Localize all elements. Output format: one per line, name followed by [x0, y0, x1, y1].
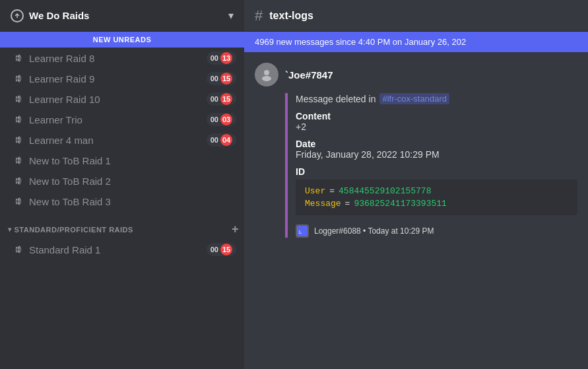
deleted-line: Message deleted in #lfr-cox-standard [296, 93, 577, 104]
channel-name-new-tob-3: New to ToB Raid 3 [29, 196, 111, 207]
message-header: `Joe#7847 [255, 63, 577, 86]
date-value: Friday, January 28, 2022 10:29 PM [296, 149, 577, 160]
footer-time: Today at 10:29 PM [368, 226, 434, 236]
deleted-text: Message deleted in [296, 94, 376, 104]
channel-name-standard-raid-1: Standard Raid 1 [29, 244, 100, 255]
channel-badge-learner-raid-9: 00 15 [207, 72, 236, 85]
channel-badge-standard-raid-1: 00 15 [207, 243, 236, 256]
svg-point-1 [264, 70, 269, 75]
voice-icon [11, 72, 24, 85]
hash-icon: # [255, 7, 263, 24]
avatar-image [255, 63, 278, 86]
channel-name-learner-raid-9: Learner Raid 9 [29, 73, 94, 84]
footer-avatar: L [296, 224, 309, 238]
voice-icon [11, 174, 24, 187]
channel-left: Learner Trio [11, 113, 82, 126]
id-block: User = 458445529102155778 Message = 9368… [296, 180, 577, 215]
username: `Joe#7847 [285, 69, 333, 81]
sidebar: We Do Raids ▾ NEW UNREADS Learner Raid 8… [0, 0, 244, 369]
channel-name-learner-4-man: Learner 4 man [29, 135, 94, 146]
channel-left: Learner Raid 8 [11, 51, 94, 65]
user-val: 458445529102155778 [339, 186, 431, 196]
message-body: Message deleted in #lfr-cox-standard Con… [285, 93, 577, 238]
channel-name-learner-raid-8: Learner Raid 8 [29, 53, 94, 64]
channel-badge-learner-raid-8: 00 13 [207, 51, 236, 65]
main-content: # text-logs 4969 new messages since 4:40… [244, 0, 588, 369]
channel-name-new-tob-2: New to ToB Raid 2 [29, 176, 111, 187]
message-key: Message [305, 199, 341, 209]
channel-header: # text-logs [244, 0, 588, 32]
new-unreads-banner[interactable]: NEW UNREADS [0, 32, 244, 48]
channel-badge-learner-4-man: 00 04 [207, 133, 236, 147]
channel-item-new-tob-1[interactable]: New to ToB Raid 1 [3, 151, 242, 170]
channel-left: Learner 4 man [11, 133, 94, 147]
id-label: ID [296, 166, 577, 177]
channel-item-learner-trio[interactable]: Learner Trio 00 03 [3, 110, 242, 129]
message-equals: = [345, 199, 350, 209]
voice-icon [11, 51, 24, 65]
messages-area: 4969 new messages since 4:40 PM on Janua… [244, 32, 588, 369]
user-id-line: User = 458445529102155778 [305, 186, 568, 196]
voice-icon [11, 113, 24, 126]
svg-point-2 [262, 76, 271, 81]
user-key: User [305, 186, 325, 196]
channel-item-learner-raid-8[interactable]: Learner Raid 8 00 13 [3, 48, 242, 68]
channel-left: New to ToB Raid 3 [11, 195, 111, 208]
avatar [255, 63, 278, 86]
section-header-standard: ▾ STANDARD/PROFICIENT RAIDS + [0, 212, 244, 239]
voice-icon [11, 195, 24, 208]
channel-badge-learner-trio: 00 03 [207, 113, 236, 126]
footer-username: Logger#6088 [314, 226, 361, 236]
message-container: `Joe#7847 Message deleted in #lfr-cox-st… [244, 52, 588, 369]
section-label: STANDARD/PROFICIENT RAIDS [15, 226, 133, 234]
channel-name-learner-trio: Learner Trio [29, 114, 82, 125]
message-footer: L Logger#6088 • Today at 10:29 PM [296, 224, 577, 238]
unread-banner: 4969 new messages since 4:40 PM on Janua… [244, 32, 588, 52]
channel-item-learner-4-man[interactable]: Learner 4 man 00 04 [3, 130, 242, 150]
content-section: Content +2 [296, 108, 577, 132]
channel-item-standard-raid-1[interactable]: Standard Raid 1 00 15 [3, 240, 242, 259]
channel-name-learner-raid-10: Learner Raid 10 [29, 94, 100, 105]
message-val: 936825241173393511 [354, 199, 446, 209]
date-section: Date Friday, January 28, 2022 10:29 PM [296, 136, 577, 160]
server-name-label: We Do Raids [29, 10, 89, 21]
voice-icon [11, 92, 24, 106]
channel-left: Learner Raid 9 [11, 72, 94, 85]
user-equals: = [329, 186, 335, 196]
channel-title: text-logs [269, 10, 313, 22]
section-collapse-icon[interactable]: ▾ [8, 226, 12, 233]
channel-left: Learner Raid 10 [11, 92, 100, 106]
voice-icon [11, 133, 24, 147]
server-header[interactable]: We Do Raids ▾ [0, 0, 244, 32]
channel-item-learner-raid-10[interactable]: Learner Raid 10 00 15 [3, 89, 242, 109]
channel-item-new-tob-2[interactable]: New to ToB Raid 2 [3, 171, 242, 191]
id-section: ID User = 458445529102155778 Message = 9… [296, 164, 577, 215]
channel-mention[interactable]: #lfr-cox-standard [379, 93, 449, 104]
chevron-down-icon[interactable]: ▾ [228, 9, 234, 22]
channel-badge-learner-raid-10: 00 15 [207, 92, 236, 106]
date-label: Date [296, 139, 577, 149]
channel-list: Learner Raid 8 00 13 Learner Raid 9 [0, 48, 244, 369]
footer-text: Logger#6088 • Today at 10:29 PM [314, 226, 434, 236]
content-label: Content [296, 111, 577, 121]
svg-text:L: L [299, 229, 302, 235]
voice-icon [11, 243, 24, 256]
channel-item-new-tob-3[interactable]: New to ToB Raid 3 [3, 191, 242, 211]
message-id-line: Message = 936825241173393511 [305, 199, 568, 209]
server-name-container: We Do Raids [11, 9, 89, 22]
content-value: +2 [296, 121, 577, 132]
channel-left: New to ToB Raid 1 [11, 154, 111, 167]
channel-left: New to ToB Raid 2 [11, 174, 111, 187]
channel-name-new-tob-1: New to ToB Raid 1 [29, 155, 111, 166]
voice-icon [11, 154, 24, 167]
channel-left: Standard Raid 1 [11, 243, 100, 256]
section-add-icon[interactable]: + [232, 222, 239, 236]
server-icon [11, 9, 24, 22]
channel-item-learner-raid-9[interactable]: Learner Raid 9 00 15 [3, 69, 242, 88]
